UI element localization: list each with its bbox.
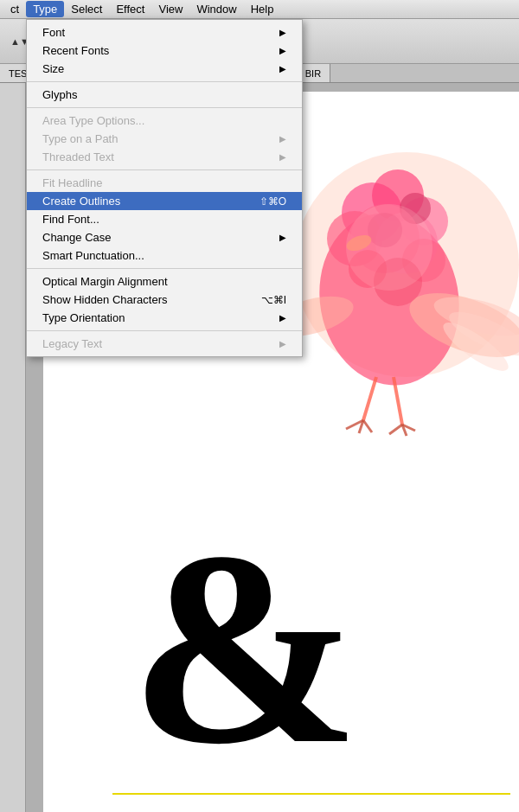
menu-item-find-font-label: Find Font... (42, 213, 99, 226)
menu-item-glyphs[interactable]: Glyphs (27, 86, 302, 104)
separator-4 (27, 268, 302, 269)
menu-item-recent-fonts-label: Recent Fonts (42, 44, 109, 57)
menu-item-find-font[interactable]: Find Font... (27, 210, 302, 228)
menu-item-legacy-text-arrow: ▶ (279, 339, 286, 348)
menu-item-optical-margin-label: Optical Margin Alignment (42, 275, 168, 288)
separator-1 (27, 81, 302, 82)
menu-bar-item-type[interactable]: Type (26, 1, 64, 17)
menu-item-create-outlines-label: Create Outlines (42, 195, 120, 208)
tab-bir-label: BIR (305, 68, 321, 79)
svg-point-24 (346, 204, 432, 291)
submenu-arrow-icon: ▶ (279, 28, 286, 37)
menu-item-optical-margin[interactable]: Optical Margin Alignment (27, 272, 302, 291)
menu-item-legacy-text-label: Legacy Text (42, 337, 102, 350)
type-dropdown-menu: Font ▶ Recent Fonts ▶ Size ▶ Glyphs Area… (26, 19, 303, 357)
menu-item-type-orientation-arrow: ▶ (279, 313, 286, 323)
menu-item-smart-punctuation-label: Smart Punctuation... (42, 249, 144, 262)
menu-bar-item-select[interactable]: Select (64, 1, 109, 17)
menu-item-fit-headline: Fit Headline (27, 174, 302, 192)
menu-item-threaded-text-label: Threaded Text (42, 150, 114, 163)
menu-item-recent-fonts-arrow: ▶ (279, 46, 286, 55)
submenu-arrow-icon: ▶ (279, 46, 286, 55)
menu-item-font-arrow: ▶ (279, 28, 286, 37)
svg-line-13 (363, 377, 376, 420)
menu-item-smart-punctuation[interactable]: Smart Punctuation... (27, 246, 302, 265)
menu-item-change-case-label: Change Case (42, 231, 112, 244)
menu-item-glyphs-label: Glyphs (42, 88, 77, 101)
ampersand-character: & (130, 509, 361, 786)
menu-item-change-case[interactable]: Change Case ▶ (27, 228, 302, 246)
separator-3 (27, 169, 302, 170)
svg-line-18 (389, 425, 402, 434)
menu-item-show-hidden-label: Show Hidden Characters (42, 293, 168, 306)
menu-item-legacy-text: Legacy Text ▶ (27, 335, 302, 353)
menu-item-show-hidden-shortcut: ⌥⌘I (261, 294, 286, 306)
ruler-left (0, 83, 26, 812)
menu-item-create-outlines-shortcut: ⇧⌘O (260, 195, 286, 208)
menu-bar-item-view[interactable]: View (151, 1, 189, 17)
submenu-arrow-icon: ▶ (279, 134, 286, 144)
submenu-arrow-icon: ▶ (279, 233, 286, 242)
menu-item-type-orientation-label: Type Orientation (42, 311, 125, 324)
svg-line-17 (363, 420, 372, 432)
menu-item-create-outlines[interactable]: Create Outlines ⇧⌘O (27, 192, 302, 210)
menu-item-change-case-arrow: ▶ (279, 233, 286, 242)
menu-item-threaded-text: Threaded Text ▶ (27, 148, 302, 166)
submenu-arrow-icon: ▶ (279, 64, 286, 74)
menu-item-type-orientation[interactable]: Type Orientation ▶ (27, 309, 302, 327)
menu-bar-item-effect[interactable]: Effect (109, 1, 151, 17)
menu-bar-item-help[interactable]: Help (244, 1, 281, 17)
menu-item-type-on-path-arrow: ▶ (279, 134, 286, 144)
menu-item-size[interactable]: Size ▶ (27, 60, 302, 78)
separator-5 (27, 330, 302, 331)
baseline-yellow-line (112, 793, 510, 795)
menu-item-show-hidden[interactable]: Show Hidden Characters ⌥⌘I (27, 291, 302, 309)
menu-item-type-on-path-label: Type on a Path (42, 132, 118, 145)
menu-bar-item-effect[interactable]: ct (3, 1, 26, 17)
menu-item-font[interactable]: Font ▶ (27, 23, 302, 42)
menu-item-threaded-text-arrow: ▶ (279, 152, 286, 162)
submenu-arrow-icon: ▶ (279, 313, 286, 323)
menu-bar-item-window[interactable]: Window (189, 1, 243, 17)
menu-item-size-label: Size (42, 62, 64, 75)
menu-item-font-label: Font (42, 26, 65, 39)
menu-item-fit-headline-label: Fit Headline (42, 176, 102, 189)
submenu-arrow-icon: ▶ (279, 339, 286, 348)
menu-item-recent-fonts[interactable]: Recent Fonts ▶ (27, 42, 302, 60)
tab-tes-label: TES (9, 68, 27, 79)
menu-item-size-arrow: ▶ (279, 64, 286, 74)
submenu-arrow-icon: ▶ (279, 152, 286, 162)
menu-item-type-on-path: Type on a Path ▶ (27, 130, 302, 148)
menu-item-area-type-options: Area Type Options... (27, 112, 302, 130)
menu-bar: ct Type Select Effect View Window Help (0, 0, 519, 19)
menu-item-area-type-label: Area Type Options... (42, 114, 144, 127)
separator-2 (27, 107, 302, 108)
